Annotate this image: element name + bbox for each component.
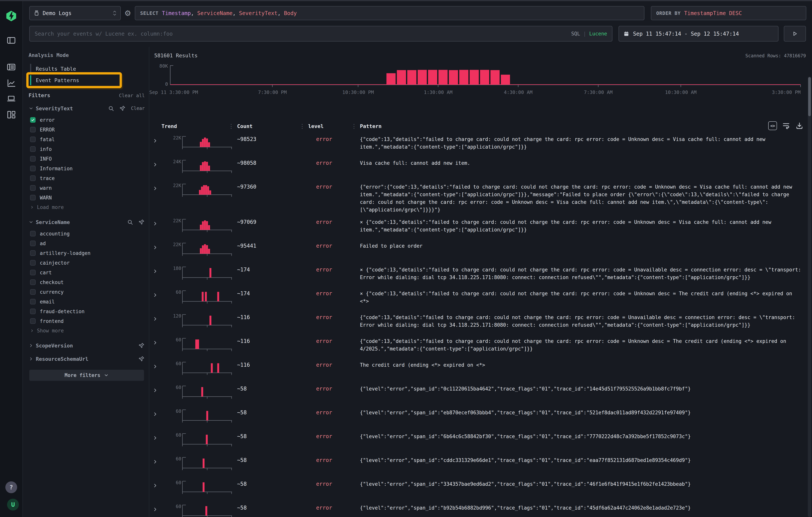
- user-avatar[interactable]: U: [7, 499, 19, 511]
- source-select[interactable]: Demo Logs: [29, 6, 121, 20]
- help-button[interactable]: ?: [5, 481, 17, 493]
- column-header-count[interactable]: Count⋮: [237, 123, 308, 130]
- checkbox[interactable]: [30, 250, 36, 256]
- row-expander[interactable]: [152, 289, 162, 299]
- checkbox-checked[interactable]: [30, 117, 36, 123]
- nav-chart-explorer-icon[interactable]: [6, 78, 16, 88]
- checkbox[interactable]: [30, 127, 36, 133]
- scrollbar-thumb[interactable]: [808, 77, 811, 116]
- checkbox[interactable]: [30, 146, 36, 152]
- table-row[interactable]: 60~58error{"level":"error","span_id":"cd…: [149, 453, 812, 477]
- row-expander[interactable]: [152, 265, 162, 275]
- analysis-mode-results-table[interactable]: Results Table: [29, 63, 145, 75]
- select-clause-input[interactable]: SELECT Timestamp, ServiceName, SeverityT…: [135, 6, 644, 20]
- nav-dashboards-icon[interactable]: [6, 110, 16, 120]
- row-expander[interactable]: [152, 182, 162, 192]
- row-expander[interactable]: [152, 432, 162, 441]
- row-expander[interactable]: [152, 135, 162, 144]
- row-expander[interactable]: [152, 241, 162, 251]
- table-row[interactable]: 22K~97360error{"error":{"code":13,"detai…: [149, 180, 812, 215]
- wrap-lines-button[interactable]: [782, 121, 790, 130]
- language-sql-option[interactable]: SQL: [571, 31, 580, 36]
- checkbox[interactable]: [30, 309, 36, 314]
- table-row[interactable]: 22K~95441errorFailed to place order: [149, 239, 812, 263]
- table-row[interactable]: 22K~97069error× {"code":13,"details":"fa…: [149, 215, 812, 239]
- checkbox[interactable]: [30, 185, 36, 191]
- pattern-text[interactable]: {"level":"error","span_id":"0c11220615ba…: [360, 384, 812, 393]
- filter-group-clear-button[interactable]: Clear: [131, 106, 145, 111]
- pattern-text[interactable]: {"code":13,"details":"failed to charge c…: [360, 337, 812, 353]
- pattern-text[interactable]: × {"code":13,"details":"failed to charge…: [360, 265, 812, 281]
- row-expander[interactable]: [152, 218, 162, 227]
- filter-option-ad[interactable]: ad: [29, 238, 145, 248]
- filter-option-accounting[interactable]: accounting: [29, 229, 145, 238]
- row-expander[interactable]: [152, 361, 162, 370]
- table-scrollbar[interactable]: [808, 77, 811, 517]
- search-icon[interactable]: [108, 105, 114, 112]
- pattern-text[interactable]: Failed to place order: [360, 241, 812, 250]
- filter-option-warn[interactable]: warn: [29, 183, 145, 193]
- checkbox[interactable]: [30, 166, 36, 171]
- pin-icon[interactable]: [119, 105, 126, 112]
- filter-option-warn[interactable]: WARN: [29, 193, 145, 202]
- run-query-button[interactable]: [784, 26, 806, 41]
- pattern-text[interactable]: {"level":"error","span_id":"334357bae9ed…: [360, 480, 812, 488]
- column-resize-handle[interactable]: ⋮: [228, 123, 234, 130]
- more-filters-button[interactable]: More filters: [29, 370, 144, 381]
- pattern-text[interactable]: × {"code":13,"details":"failed to charge…: [360, 289, 812, 305]
- checkbox[interactable]: [30, 231, 36, 236]
- table-row[interactable]: 60~116error{"code":13,"details":"failed …: [149, 334, 812, 358]
- filter-show-more-button[interactable]: Show more: [29, 326, 145, 336]
- pin-icon[interactable]: [138, 219, 145, 225]
- filter-option-currency[interactable]: currency: [29, 287, 145, 297]
- row-expander[interactable]: [152, 504, 162, 513]
- checkbox[interactable]: [30, 289, 36, 295]
- filter-option-trace[interactable]: trace: [29, 173, 145, 183]
- row-expander[interactable]: [152, 384, 162, 394]
- pattern-text[interactable]: The credit card (ending <*> expired on <…: [360, 361, 812, 369]
- checkbox[interactable]: [30, 280, 36, 285]
- pattern-text[interactable]: {"level":"error","span_id":"6b64c6c58842…: [360, 432, 812, 440]
- row-expander[interactable]: [152, 313, 162, 322]
- filter-option-email[interactable]: email: [29, 297, 145, 307]
- pattern-text[interactable]: {"level":"error","span_id":"eb870ecef063…: [360, 408, 812, 417]
- row-expander[interactable]: [152, 480, 162, 489]
- table-row[interactable]: 60~58error{"level":"error","span_id":"b9…: [149, 501, 812, 517]
- results-histogram[interactable]: Sep 11 3:30:00 PM7:30:00 PM10:30:00 PM1:…: [149, 62, 806, 102]
- row-expander[interactable]: [152, 159, 162, 168]
- checkbox[interactable]: [30, 156, 36, 162]
- filter-option-fraud-detection[interactable]: fraud-detection: [29, 307, 145, 316]
- checkbox[interactable]: [30, 299, 36, 305]
- pattern-text[interactable]: {"code":13,"details":"failed to charge c…: [360, 313, 812, 329]
- checkbox[interactable]: [30, 260, 36, 265]
- filter-group-header[interactable]: ResourceSchemaUrl: [29, 356, 145, 362]
- pattern-text[interactable]: {"level":"error","span_id":"cddc331329e6…: [360, 456, 812, 464]
- filter-option-error[interactable]: error: [29, 115, 145, 125]
- filter-option-info[interactable]: info: [29, 144, 145, 154]
- row-expander[interactable]: [152, 456, 162, 465]
- view-source-button[interactable]: <>: [768, 121, 777, 130]
- source-settings-button[interactable]: ⚙: [121, 6, 135, 20]
- table-row[interactable]: 60~58error{"level":"error","span_id":"eb…: [149, 406, 812, 429]
- column-header-pattern[interactable]: Pattern: [360, 123, 812, 129]
- checkbox[interactable]: [30, 195, 36, 200]
- app-logo[interactable]: [5, 10, 17, 22]
- column-header-trend[interactable]: Trend⋮: [162, 123, 237, 130]
- filter-option-fatal[interactable]: fatal: [29, 135, 145, 144]
- table-row[interactable]: 24K~98058errorVisa cache full: cannot ad…: [149, 156, 812, 180]
- sidebar-toggle-icon[interactable]: [6, 35, 16, 45]
- filter-option-information[interactable]: Information: [29, 164, 145, 173]
- column-header-level[interactable]: level⋮: [308, 123, 360, 130]
- nav-search-logs-icon[interactable]: [6, 62, 16, 72]
- filter-load-more-button[interactable]: Load more: [29, 202, 145, 212]
- checkbox[interactable]: [30, 270, 36, 275]
- pattern-text[interactable]: {"error":{"code":13,"details":"failed to…: [360, 182, 812, 213]
- search-input[interactable]: Search your events w/ Lucene ex. column:…: [29, 26, 612, 41]
- table-row[interactable]: 60~58error{"level":"error","span_id":"0c…: [149, 382, 812, 406]
- filter-option-checkout[interactable]: checkout: [29, 277, 145, 287]
- language-lucene-option[interactable]: Lucene: [589, 31, 607, 36]
- filter-group-header[interactable]: SeverityTextClear: [29, 105, 145, 112]
- pattern-text[interactable]: {"code":13,"details":"failed to charge c…: [360, 135, 812, 151]
- pattern-text[interactable]: × {"code":13,"details":"failed to charge…: [360, 218, 812, 234]
- analysis-mode-event-patterns[interactable]: Event Patterns: [29, 75, 145, 86]
